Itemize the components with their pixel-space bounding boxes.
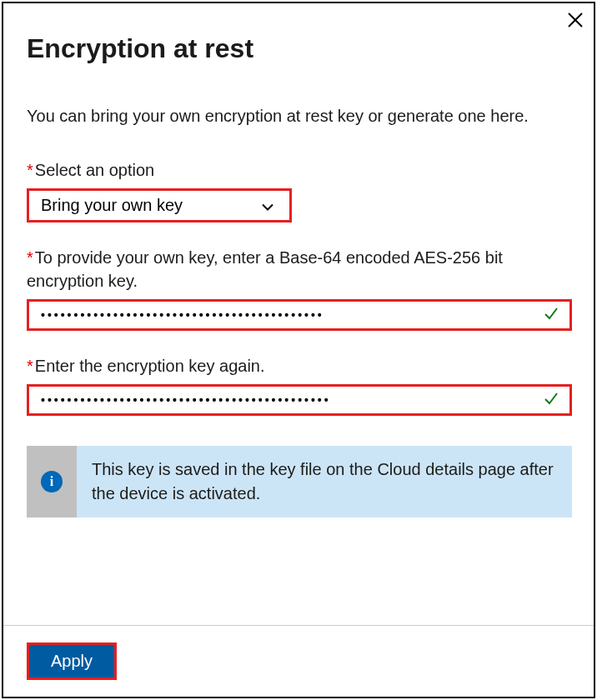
page-description: You can bring your own encryption at res… (27, 104, 570, 128)
option-label: *Select an option (27, 158, 570, 182)
apply-button[interactable]: Apply (27, 642, 117, 680)
confirm-label: *Enter the encryption key again. (27, 354, 570, 378)
page-title: Encryption at rest (27, 33, 570, 64)
encryption-panel: Encryption at rest You can bring your ow… (2, 2, 595, 698)
required-asterisk: * (27, 161, 33, 179)
option-label-text: Select an option (35, 161, 154, 179)
key-masked-value: ••••••••••••••••••••••••••••••••••••••••… (41, 308, 324, 322)
panel-content: Encryption at rest You can bring your ow… (3, 3, 594, 518)
confirm-key-input[interactable]: ••••••••••••••••••••••••••••••••••••••••… (27, 384, 572, 416)
encryption-key-input[interactable]: ••••••••••••••••••••••••••••••••••••••••… (27, 299, 572, 331)
option-select[interactable]: Bring your own key (27, 188, 292, 222)
required-asterisk: * (27, 357, 33, 375)
info-icon-container: i (27, 446, 77, 518)
option-select-value: Bring your own key (41, 196, 183, 215)
key-label-text: To provide your own key, enter a Base-64… (27, 248, 503, 290)
info-icon: i (41, 471, 63, 492)
close-button[interactable] (567, 10, 584, 32)
key-label: *To provide your own key, enter a Base-6… (27, 246, 570, 292)
required-asterisk: * (27, 248, 33, 267)
panel-footer: Apply (3, 625, 594, 697)
chevron-down-icon (261, 196, 274, 215)
check-icon (543, 303, 559, 327)
info-callout: i This key is saved in the key file on t… (27, 446, 572, 518)
info-text: This key is saved in the key file on the… (77, 446, 572, 518)
close-icon (567, 12, 584, 28)
confirm-masked-value: ••••••••••••••••••••••••••••••••••••••••… (41, 393, 331, 407)
check-icon (543, 388, 559, 412)
confirm-label-text: Enter the encryption key again. (35, 357, 265, 375)
